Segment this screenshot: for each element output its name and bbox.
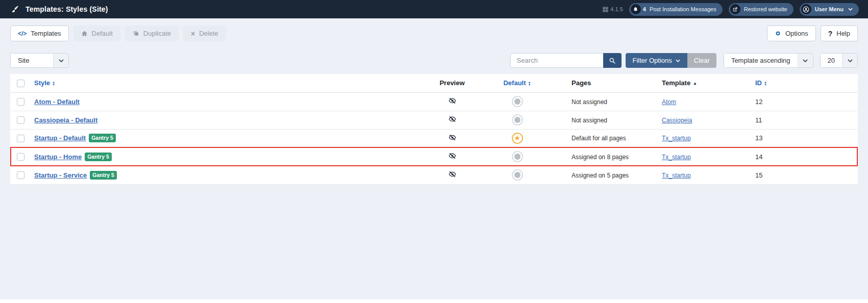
template-link[interactable]: Cassiopeia bbox=[662, 117, 692, 124]
table-row-highlighted: Startup - HomeGantry 5 Assigned on 8 pag… bbox=[11, 147, 857, 166]
search-button[interactable] bbox=[603, 53, 622, 68]
version-text: 4.1.5 bbox=[610, 6, 623, 12]
brush-icon bbox=[11, 5, 19, 13]
column-header-pages: Pages bbox=[554, 74, 659, 92]
templates-button[interactable]: </> Templates bbox=[10, 26, 69, 41]
client-select[interactable]: Site bbox=[10, 53, 69, 68]
style-link[interactable]: Startup - Default bbox=[34, 134, 86, 142]
style-link[interactable]: Atom - Default bbox=[34, 98, 80, 106]
copy-icon bbox=[133, 30, 139, 37]
set-default-button[interactable] bbox=[512, 169, 523, 181]
eye-slash-icon bbox=[448, 170, 457, 178]
style-id: 11 bbox=[755, 116, 762, 124]
table-row: Startup - ServiceGantry 5 Assigned on 5 … bbox=[11, 166, 857, 184]
duplicate-button-label: Duplicate bbox=[143, 30, 171, 37]
style-id: 12 bbox=[755, 98, 762, 106]
star-icon: ★ bbox=[514, 135, 520, 141]
gantry-badge: Gantry 5 bbox=[89, 134, 116, 142]
chevron-down-icon bbox=[848, 8, 853, 11]
search-input[interactable] bbox=[510, 53, 603, 68]
sort-icon: ▲▼ bbox=[528, 81, 531, 86]
table-header-row: Style▲▼ Preview Default▲▼ Pages Template… bbox=[11, 74, 857, 92]
style-link[interactable]: Startup - Service bbox=[34, 171, 87, 179]
template-link[interactable]: Atom bbox=[662, 98, 676, 106]
clear-button[interactable]: Clear bbox=[687, 53, 716, 68]
help-button[interactable]: ? Help bbox=[821, 26, 858, 41]
select-all-checkbox[interactable] bbox=[17, 80, 24, 87]
column-header-default[interactable]: Default▲▼ bbox=[480, 74, 554, 92]
user-menu-label: User Menu bbox=[815, 6, 844, 12]
style-id: 15 bbox=[755, 171, 762, 179]
template-link[interactable]: Tx_startup bbox=[662, 135, 691, 142]
clear-button-label: Clear bbox=[694, 57, 710, 64]
default-button[interactable]: Default bbox=[73, 26, 120, 41]
filter-options-label: Filter Options bbox=[633, 57, 672, 64]
toolbar: </> Templates Default Duplicate × Delete… bbox=[0, 18, 868, 41]
set-default-button[interactable] bbox=[512, 114, 523, 125]
styles-table-card: Style▲▼ Preview Default▲▼ Pages Template… bbox=[10, 74, 858, 185]
joomla-logo-icon bbox=[603, 7, 608, 12]
delete-button-label: Delete bbox=[199, 30, 218, 37]
chevron-down-icon bbox=[676, 59, 680, 62]
style-link[interactable]: Startup - Home bbox=[34, 153, 82, 161]
bell-icon bbox=[631, 4, 641, 14]
sort-icon: ▲▼ bbox=[52, 81, 55, 86]
filter-options-button[interactable]: Filter Options bbox=[626, 53, 687, 68]
site-preview-button[interactable]: Restored website bbox=[729, 3, 793, 16]
row-checkbox[interactable] bbox=[17, 98, 24, 106]
row-checkbox[interactable] bbox=[17, 153, 24, 161]
row-checkbox[interactable] bbox=[17, 171, 24, 179]
delete-button[interactable]: × Delete bbox=[183, 26, 226, 41]
duplicate-button[interactable]: Duplicate bbox=[125, 26, 179, 41]
search-icon bbox=[609, 57, 616, 64]
gantry-badge: Gantry 5 bbox=[90, 171, 117, 180]
default-button-label: Default bbox=[92, 30, 113, 37]
limit-select[interactable]: 20 bbox=[820, 53, 858, 68]
site-link-label: Restored website bbox=[744, 6, 787, 12]
sort-select-value: Template ascending bbox=[724, 54, 798, 67]
sort-ascending-icon: ▲ bbox=[693, 81, 697, 86]
row-checkbox[interactable] bbox=[17, 116, 24, 124]
column-header-preview: Preview bbox=[424, 74, 480, 92]
pages-status: Not assigned bbox=[572, 98, 607, 106]
column-header-id[interactable]: ID▲▼ bbox=[753, 74, 857, 92]
eye-slash-icon bbox=[448, 152, 457, 160]
template-link[interactable]: Tx_startup bbox=[662, 154, 691, 161]
external-link-icon bbox=[730, 4, 740, 14]
post-installation-messages-button[interactable]: 4 Post Installation Messages bbox=[629, 3, 723, 16]
style-link[interactable]: Cassiopeia - Default bbox=[34, 116, 97, 124]
user-icon bbox=[801, 4, 811, 14]
eye-slash-icon bbox=[448, 97, 457, 105]
messages-count-badge: 4 bbox=[643, 6, 646, 12]
column-header-style[interactable]: Style▲▼ bbox=[30, 74, 424, 92]
chevron-down-icon bbox=[842, 54, 857, 67]
set-default-button[interactable] bbox=[512, 151, 523, 162]
eye-slash-icon bbox=[448, 134, 457, 141]
pages-status: Default for all pages bbox=[572, 135, 626, 142]
help-button-label: Help bbox=[836, 30, 850, 37]
default-style-star-button[interactable]: ★ bbox=[512, 133, 523, 144]
row-checkbox[interactable] bbox=[17, 135, 24, 142]
style-id: 14 bbox=[755, 153, 762, 161]
filter-bar: Site Filter Options Clear Template ascen… bbox=[0, 53, 868, 68]
page-title: Templates: Styles (Site) bbox=[26, 5, 108, 13]
set-default-button[interactable] bbox=[512, 96, 523, 107]
gantry-badge: Gantry 5 bbox=[85, 153, 112, 161]
pages-status: Not assigned bbox=[572, 117, 607, 124]
home-icon bbox=[81, 30, 88, 37]
bottom-strip bbox=[0, 299, 868, 303]
messages-label: Post Installation Messages bbox=[650, 6, 716, 12]
eye-slash-icon bbox=[448, 115, 457, 123]
user-menu-button[interactable]: User Menu bbox=[800, 3, 859, 16]
table-row: Startup - DefaultGantry 5 ★ Default for … bbox=[11, 129, 857, 147]
chevron-down-icon bbox=[798, 54, 813, 67]
options-button-label: Options bbox=[785, 30, 808, 37]
sort-icon: ▲▼ bbox=[764, 81, 767, 86]
templates-button-label: Templates bbox=[31, 30, 61, 37]
sort-select[interactable]: Template ascending bbox=[724, 53, 813, 68]
limit-select-value: 20 bbox=[821, 54, 842, 67]
options-button[interactable]: Options bbox=[767, 26, 816, 41]
styles-table: Style▲▼ Preview Default▲▼ Pages Template… bbox=[10, 74, 858, 185]
template-link[interactable]: Tx_startup bbox=[662, 172, 691, 179]
column-header-template[interactable]: Template▲ bbox=[659, 74, 753, 92]
